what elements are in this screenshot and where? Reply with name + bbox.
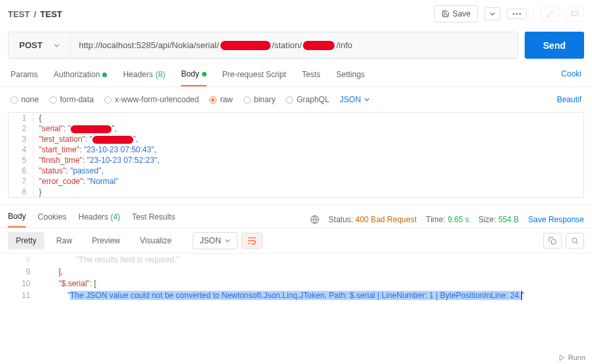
view-raw[interactable]: Raw xyxy=(48,232,80,249)
redacted-serial xyxy=(220,41,271,50)
code-line: "start_time": "23-10-23 07:50:43", xyxy=(34,144,162,155)
redacted-station xyxy=(303,41,335,50)
beautify-link[interactable]: Beautif xyxy=(557,95,581,104)
body-format-select[interactable]: JSON xyxy=(340,95,370,104)
chevron-down-icon xyxy=(225,238,230,243)
resp-tab-headers[interactable]: Headers (4) xyxy=(79,212,120,227)
breadcrumb-parent[interactable]: TEST xyxy=(8,9,30,19)
cookies-link[interactable]: Cooki xyxy=(561,69,581,86)
redacted-value xyxy=(92,136,133,144)
wrap-lines-button[interactable] xyxy=(242,233,263,249)
bodytype-urlencoded[interactable]: x-www-form-urlencoded xyxy=(104,95,199,104)
send-button[interactable]: Send xyxy=(525,32,584,59)
tab-body[interactable]: Body xyxy=(181,69,206,86)
chevron-down-icon xyxy=(490,11,495,16)
chevron-down-icon xyxy=(54,43,59,48)
view-preview[interactable]: Preview xyxy=(84,232,128,249)
svg-point-1 xyxy=(516,13,518,15)
resp-tab-tests[interactable]: Test Results xyxy=(132,212,175,227)
time-label: Time: 9.65 s xyxy=(426,215,469,224)
response-body-viewer[interactable]: 8 "The results field is required." 9 ], … xyxy=(0,254,592,301)
url-input[interactable]: http://localhost:5285/api/Nokia/serial/ … xyxy=(71,32,517,58)
line-number: 4 xyxy=(9,144,34,155)
line-number: 3 xyxy=(9,134,34,144)
comment-button[interactable] xyxy=(566,6,584,22)
auth-indicator-icon xyxy=(102,73,107,77)
code-line: "finish_time": "23-10-23 07:52:23", xyxy=(34,155,165,166)
line-number: 2 xyxy=(9,123,34,134)
copy-response-button[interactable] xyxy=(543,233,562,249)
line-number: 10 xyxy=(8,278,37,289)
resp-tab-cookies[interactable]: Cookies xyxy=(38,212,66,227)
network-icon xyxy=(310,215,319,224)
response-format-select[interactable]: JSON xyxy=(193,232,238,249)
resp-tab-body[interactable]: Body xyxy=(8,212,26,228)
size-label: Size: 554 B xyxy=(478,215,519,224)
line-number: 9 xyxy=(8,266,37,278)
url-part-3: /info xyxy=(336,40,352,50)
tab-headers[interactable]: Headers (8) xyxy=(123,69,165,86)
response-line: "The JSON value could not be converted t… xyxy=(37,289,584,301)
pencil-icon xyxy=(546,10,554,18)
search-icon xyxy=(571,237,579,245)
status-label: Status: 400 Bad Request xyxy=(329,215,416,224)
line-number: 8 xyxy=(8,254,37,266)
bodytype-none[interactable]: none xyxy=(11,95,39,104)
redacted-value xyxy=(71,125,112,133)
save-button[interactable]: Save xyxy=(434,5,478,22)
url-part-2: /station/ xyxy=(272,40,302,50)
svg-marker-7 xyxy=(560,355,564,360)
request-body-editor[interactable]: 1{2"serial": "",3"test_station": "",4"st… xyxy=(8,112,584,198)
line-number: 1 xyxy=(9,113,34,123)
search-response-button[interactable] xyxy=(566,233,584,249)
send-label: Send xyxy=(543,40,566,51)
chevron-down-icon xyxy=(364,97,370,102)
line-number: 6 xyxy=(9,166,34,176)
save-response-link[interactable]: Save Response xyxy=(528,215,584,224)
response-line: ], xyxy=(37,266,584,278)
request-bar: POST http://localhost:5285/api/Nokia/ser… xyxy=(8,32,518,59)
line-number: 7 xyxy=(9,176,34,187)
code-line: "status": "passed", xyxy=(34,166,109,176)
save-dropdown[interactable] xyxy=(484,7,500,20)
method-select[interactable]: POST xyxy=(9,32,71,58)
svg-point-0 xyxy=(513,13,515,15)
save-icon xyxy=(442,10,449,18)
line-number: 11 xyxy=(8,289,37,301)
copy-icon xyxy=(548,237,556,245)
bodytype-raw[interactable]: raw xyxy=(209,95,232,104)
code-line: "error_code": "Normal" xyxy=(34,176,123,187)
code-line: "serial": "", xyxy=(34,123,122,134)
footer-runner[interactable]: Runn xyxy=(558,353,585,361)
code-line: } xyxy=(34,187,47,197)
save-label: Save xyxy=(453,9,471,18)
method-label: POST xyxy=(19,40,42,50)
line-number: 8 xyxy=(9,187,34,197)
svg-point-6 xyxy=(572,238,577,243)
breadcrumb-current: TEST xyxy=(40,9,62,19)
bodytype-formdata[interactable]: form-data xyxy=(49,95,94,104)
bodytype-graphql[interactable]: GraphQL xyxy=(286,95,329,104)
tab-tests[interactable]: Tests xyxy=(302,69,320,86)
tab-params[interactable]: Params xyxy=(11,69,38,86)
response-line: "$.serial": [ xyxy=(37,278,584,289)
tab-settings[interactable]: Settings xyxy=(337,69,365,86)
ellipsis-icon xyxy=(512,13,521,15)
body-indicator-icon xyxy=(202,72,207,76)
response-line: "The results field is required." xyxy=(37,254,584,266)
code-line: { xyxy=(34,113,47,123)
comment-icon xyxy=(571,10,579,18)
tab-prerequest[interactable]: Pre-request Script xyxy=(222,69,286,86)
view-pretty[interactable]: Pretty xyxy=(8,232,44,249)
svg-point-2 xyxy=(519,13,521,15)
tab-authorization[interactable]: Authorization xyxy=(53,69,107,86)
svg-rect-3 xyxy=(572,11,578,16)
code-line: "test_station": "", xyxy=(34,134,143,144)
more-actions-button[interactable] xyxy=(507,9,527,19)
url-part-1: http://localhost:5285/api/Nokia/serial/ xyxy=(79,40,218,50)
svg-rect-5 xyxy=(552,240,556,245)
edit-button[interactable] xyxy=(541,6,559,22)
wrap-icon xyxy=(247,237,257,245)
view-visualize[interactable]: Visualize xyxy=(132,232,180,249)
bodytype-binary[interactable]: binary xyxy=(244,95,276,104)
